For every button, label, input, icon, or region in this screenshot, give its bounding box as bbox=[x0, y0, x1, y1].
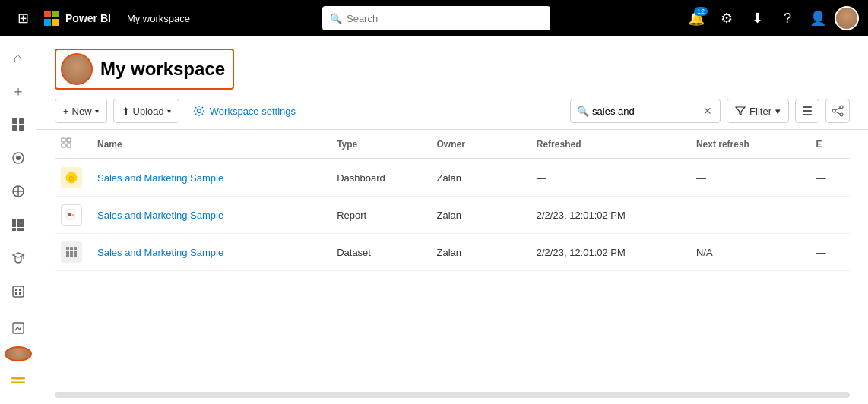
svg-rect-49 bbox=[70, 254, 73, 257]
filter-button[interactable]: Filter ▾ bbox=[727, 99, 789, 123]
list-view-button[interactable] bbox=[795, 99, 819, 123]
topnav-right-actions: 🔔 12 ⚙ ⬇ ? 👤 bbox=[683, 5, 859, 32]
row3-name[interactable]: Sales and Marketing Sample bbox=[91, 234, 331, 271]
svg-rect-40 bbox=[68, 213, 71, 216]
content-search-bar: 🔍 ✕ bbox=[570, 99, 721, 123]
sidebar-item-apps[interactable] bbox=[3, 210, 33, 240]
sidebar-item-bottom[interactable] bbox=[3, 368, 33, 398]
new-button[interactable]: + New ▾ bbox=[55, 99, 107, 123]
svg-rect-16 bbox=[13, 286, 24, 297]
app-layout: ⌂ ＋ bbox=[0, 36, 868, 404]
svg-rect-42 bbox=[66, 247, 69, 250]
avatar-image bbox=[836, 8, 857, 29]
filter-chevron-icon: ▾ bbox=[775, 106, 781, 117]
table-row[interactable]: ⊙ Sales and Marketing Sample Dashboard Z… bbox=[55, 159, 850, 197]
svg-rect-12 bbox=[21, 223, 24, 227]
workspace-nav-label: My workspace bbox=[127, 13, 190, 24]
sidebar-item-browse[interactable] bbox=[3, 109, 33, 140]
svg-rect-3 bbox=[19, 125, 24, 131]
sidebar-item-home[interactable]: ⌂ bbox=[3, 43, 33, 73]
row1-name[interactable]: Sales and Marketing Sample bbox=[91, 159, 331, 197]
search-clear-button[interactable]: ✕ bbox=[702, 105, 714, 117]
svg-rect-9 bbox=[21, 219, 24, 223]
notifications-button[interactable]: 🔔 12 bbox=[683, 5, 710, 32]
row1-refreshed: — bbox=[531, 159, 690, 197]
col-header-type[interactable]: Type bbox=[331, 130, 430, 159]
content-search-input[interactable] bbox=[592, 106, 699, 117]
new-chevron-icon: ▾ bbox=[95, 107, 99, 115]
col-header-icon bbox=[55, 130, 91, 159]
sidebar-item-metrics[interactable] bbox=[3, 313, 33, 343]
lineage-view-button[interactable] bbox=[825, 99, 850, 123]
row1-owner: Zalan bbox=[430, 159, 530, 197]
row2-e: — bbox=[809, 197, 850, 234]
ms-logo-area: Power BI bbox=[44, 11, 111, 26]
sidebar-item-workspaces[interactable] bbox=[3, 276, 33, 307]
svg-point-24 bbox=[197, 109, 201, 113]
svg-rect-17 bbox=[15, 289, 17, 291]
help-button[interactable]: ? bbox=[774, 5, 801, 32]
svg-rect-14 bbox=[17, 228, 21, 231]
sidebar-item-create[interactable]: ＋ bbox=[3, 76, 33, 106]
col-header-e[interactable]: E bbox=[809, 130, 850, 159]
svg-line-31 bbox=[835, 108, 840, 110]
col-header-name[interactable]: Name bbox=[91, 130, 331, 159]
row3-next-refresh: N/A bbox=[690, 234, 810, 271]
upload-label: Upload bbox=[133, 106, 164, 117]
row3-e: — bbox=[809, 234, 850, 271]
svg-point-5 bbox=[16, 156, 21, 160]
svg-rect-48 bbox=[66, 254, 69, 257]
row2-owner: Zalan bbox=[430, 197, 530, 234]
table-row[interactable]: Sales and Marketing Sample Dataset Zalan… bbox=[55, 234, 850, 271]
workspace-title-row: My workspace bbox=[55, 49, 850, 90]
filter-icon bbox=[735, 106, 746, 116]
upload-icon: ⬆ bbox=[122, 106, 130, 117]
account-button[interactable]: 👤 bbox=[804, 5, 832, 32]
main-content: My workspace + New ▾ ⬆ Upload ▾ Workspac… bbox=[36, 36, 868, 404]
upload-button[interactable]: ⬆ Upload ▾ bbox=[113, 99, 179, 123]
new-label: New bbox=[72, 106, 92, 117]
col-header-owner[interactable]: Owner bbox=[430, 130, 530, 159]
user-avatar[interactable] bbox=[835, 6, 859, 30]
svg-rect-47 bbox=[74, 251, 77, 254]
plus-icon: + bbox=[63, 106, 69, 117]
svg-rect-34 bbox=[67, 138, 71, 142]
row2-name[interactable]: Sales and Marketing Sample bbox=[91, 197, 331, 234]
row3-refreshed: 2/2/23, 12:01:02 PM bbox=[531, 234, 690, 271]
svg-rect-22 bbox=[11, 377, 25, 380]
settings-button[interactable]: ⚙ bbox=[713, 5, 740, 32]
col-header-next-refresh[interactable]: Next refresh bbox=[690, 130, 810, 159]
table-header-row: Name Type Owner Refreshed Next refresh E bbox=[55, 130, 850, 159]
my-workspace-avatar-sidebar[interactable] bbox=[5, 346, 32, 361]
workspace-page-avatar[interactable] bbox=[61, 53, 93, 85]
col-header-refreshed[interactable]: Refreshed bbox=[531, 130, 690, 159]
waffle-menu-button[interactable]: ⊞ bbox=[9, 5, 36, 32]
filter-label: Filter bbox=[749, 106, 771, 117]
sidebar-item-learn[interactable] bbox=[3, 243, 33, 273]
download-button[interactable]: ⬇ bbox=[743, 5, 771, 32]
svg-line-32 bbox=[835, 112, 840, 114]
dataset-icon bbox=[61, 241, 82, 263]
workspace-settings-button[interactable]: Workspace settings bbox=[185, 99, 303, 123]
sidebar-item-goals[interactable] bbox=[3, 176, 33, 207]
svg-point-30 bbox=[840, 113, 843, 116]
table-row[interactable]: Sales and Marketing Sample Report Zalan … bbox=[55, 197, 850, 234]
sidebar: ⌂ ＋ bbox=[0, 36, 36, 404]
top-search-input[interactable] bbox=[322, 6, 550, 30]
row2-icon-cell bbox=[55, 197, 91, 234]
search-icon: 🔍 bbox=[330, 13, 342, 24]
sidebar-item-data-hub[interactable] bbox=[3, 143, 33, 173]
search-icon-content: 🔍 bbox=[577, 106, 589, 117]
svg-rect-25 bbox=[803, 106, 812, 108]
row2-refreshed: 2/2/23, 12:01:02 PM bbox=[531, 197, 690, 234]
svg-rect-50 bbox=[74, 254, 77, 257]
workspace-settings-label: Workspace settings bbox=[210, 106, 296, 117]
row1-type: Dashboard bbox=[331, 159, 430, 197]
horizontal-scrollbar[interactable] bbox=[55, 392, 850, 398]
row1-next-refresh: — bbox=[690, 159, 810, 197]
workspace-title-box: My workspace bbox=[55, 49, 234, 90]
svg-rect-36 bbox=[67, 144, 71, 147]
nav-divider bbox=[119, 11, 119, 26]
row3-type: Dataset bbox=[331, 234, 430, 271]
row3-icon-cell bbox=[55, 234, 91, 271]
